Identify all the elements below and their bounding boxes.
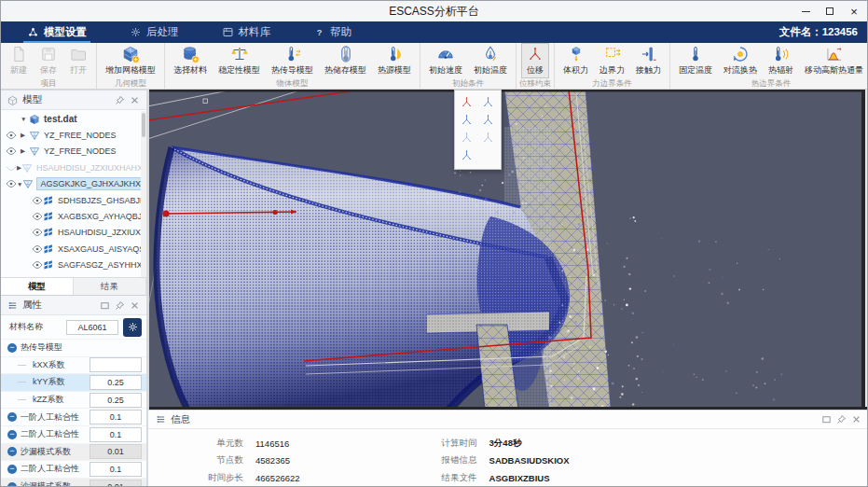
float-icon[interactable] [100,300,110,311]
expand-arrow-icon[interactable]: ▶ [21,147,29,155]
expand-arrow-icon[interactable]: ▶ [21,132,29,139]
property-row[interactable]: kXX系数 [1,356,146,374]
visibility-eye-open-icon[interactable] [32,244,43,255]
visibility-eye-open-icon[interactable] [32,227,43,238]
panel-tab-active[interactable]: 模型 [1,278,74,295]
maximize-icon [826,7,834,15]
collapse-minus-icon[interactable]: − [7,412,17,422]
displacement-option-5[interactable] [456,129,477,146]
property-row[interactable]: −二阶人工粘合性 [1,425,146,443]
displacement-option-1[interactable] [456,93,477,111]
toolbar-button-contact-force[interactable]: 接触力 [631,43,666,78]
property-value-input[interactable] [90,480,142,487]
property-row[interactable]: −沙漏模式系数 [1,443,146,461]
close-icon[interactable] [851,414,861,424]
toolbar-button-displacement[interactable]: 位移 [521,43,549,78]
toolbar-button-heat-source-model[interactable]: 热源模型 [373,43,416,78]
property-value-input[interactable] [90,427,142,442]
ribbon-group-label: 位移约束 [519,78,551,89]
visibility-eye-open-icon[interactable] [6,178,17,189]
toolbar-button-body-force[interactable]: 体积力 [558,43,593,78]
toolbar-button-thermal-radiation[interactable]: 热辐射 [764,43,798,78]
property-value-input[interactable] [90,410,142,424]
menu-item-model-settings[interactable]: 模型设置 [21,21,92,43]
property-row[interactable]: kYY系数 [1,373,146,391]
tree-item[interactable]: ▶HSAUHDISU_JZXIUXHAHX [1,160,141,175]
collapse-minus-icon[interactable]: − [7,430,17,439]
toolbar-button-add-mesh-model[interactable]: 增加网格模型 [101,43,160,78]
tree-item[interactable]: ▶YZ_FREE_NODES [1,144,141,160]
collapse-minus-icon[interactable]: − [7,465,17,474]
pin-icon[interactable] [115,300,125,311]
displacement-constraint-dropdown [454,90,502,170]
toolbar-button-new-file[interactable]: 新建 [5,43,33,78]
close-icon[interactable] [130,300,140,311]
grid-icon [43,227,54,238]
toolbar-button-moving-gauss-flux[interactable]: 移动高斯热通量 [800,43,868,78]
viewport-3d[interactable] [147,90,868,410]
property-row[interactable]: kZZ系数 [1,391,146,409]
property-value-input[interactable] [90,357,142,372]
close-icon[interactable] [130,95,140,105]
expand-arrow-icon[interactable]: ▼ [21,116,29,122]
visibility-eye-closed-icon[interactable] [6,162,17,174]
tree-item[interactable]: XAGBSXG_AYHAQBJ [1,208,141,224]
visibility-eye-open-icon[interactable] [32,259,43,271]
menu-item-material-library[interactable]: 材料库 [216,21,277,43]
tree-scrollbar[interactable] [141,111,146,277]
material-settings-button[interactable] [123,318,142,337]
tripod-blue-icon [481,113,495,127]
displacement-option-2[interactable] [477,93,499,111]
toolbar-button-save[interactable]: 保存 [34,43,62,78]
tripod-light-icon [460,131,474,145]
displacement-option-7[interactable] [456,146,477,164]
visibility-eye-open-icon[interactable] [6,130,21,141]
toolbar-button-convection[interactable]: 对流换热 [719,43,762,78]
visibility-eye-open-icon[interactable] [32,211,43,222]
visibility-eye-open-icon[interactable] [6,146,21,157]
property-row[interactable]: −沙漏模式系数 [1,478,146,487]
tree-item[interactable]: SAGFASGZ_ASYHHXSN [1,257,141,273]
tree-scrollbar-thumb[interactable] [142,113,145,137]
property-row[interactable]: −热传导模型 [1,339,146,356]
tree-item[interactable]: HSAUHDISU_JZXIUXHAHX [1,225,141,241]
close-button[interactable]: × [847,4,861,19]
toolbar-button-heat-storage-model[interactable]: 热储存模型 [320,43,371,78]
property-value-input[interactable] [90,393,142,408]
maximize-button[interactable] [822,4,837,19]
pin-icon[interactable] [836,414,847,424]
collapse-minus-icon[interactable]: − [7,447,17,456]
property-value-input[interactable] [90,462,142,477]
visibility-eye-open-icon[interactable] [32,195,43,206]
tree-item[interactable]: ▼test.dat [1,111,141,127]
collapse-minus-icon[interactable]: − [7,343,17,353]
toolbar-button-boundary-force[interactable]: 边界力 [595,43,629,78]
menu-item-post-processing[interactable]: 后处理 [124,21,185,43]
material-name-input[interactable] [66,320,118,335]
tree-item[interactable]: SDHSBJZS_GHSABJHB_ZAHU [1,192,141,208]
tree-item[interactable]: XSAXGAUS_AISYAQSH_ASHX [1,241,141,257]
toolbar-button-initial-velocity[interactable]: 初始速度 [424,43,467,78]
displacement-option-6[interactable] [477,129,499,146]
toolbar-button-stability-model[interactable]: 稳定性模型 [214,43,265,78]
tree-item[interactable]: ▼AGSGKJKG_GJHXAJKHXA [1,176,141,192]
displacement-option-4[interactable] [477,111,499,129]
displacement-option-3[interactable] [456,111,477,129]
panel-tab-inactive[interactable]: 结果 [74,278,146,295]
toolbar-button-initial-temperature[interactable]: 初始温度 [469,43,512,78]
tree-item[interactable]: ▶YZ_FREE_NODES [1,127,141,143]
collapse-minus-icon[interactable]: − [7,482,17,487]
pin-icon[interactable] [115,95,125,105]
toolbar-button-heat-conduction-model[interactable]: 热传导模型 [267,43,318,78]
property-value-input[interactable] [90,375,142,390]
property-row[interactable]: −二阶人工粘合性 [1,460,146,478]
minimize-button[interactable] [798,4,813,19]
toolbar-button-select-material[interactable]: 选择材料 [169,43,212,78]
toolbar-button-fixed-temperature[interactable]: 固定温度 [674,43,717,78]
viewport-3d-scene[interactable] [147,90,868,410]
float-icon[interactable] [821,414,832,424]
property-value-input[interactable] [90,444,142,459]
property-row[interactable]: −一阶人工粘合性 [1,408,146,425]
toolbar-button-open-folder[interactable]: 打开 [64,43,92,78]
menu-item-help[interactable]: ?帮助 [308,21,357,43]
